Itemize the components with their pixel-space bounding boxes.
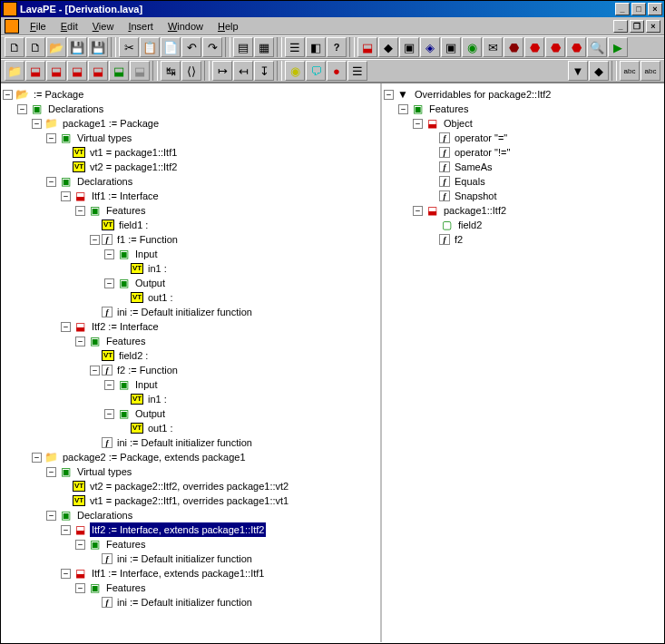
collapse-icon[interactable]: − <box>61 525 71 535</box>
tool-c-button[interactable]: ☰ <box>285 37 305 57</box>
tree-node[interactable]: −▣Output <box>3 406 378 421</box>
pkg-button[interactable]: ⬓ <box>357 37 377 57</box>
tree-node[interactable]: −⬓Object <box>384 116 662 131</box>
t2-s[interactable]: abc <box>641 61 660 81</box>
t2-o[interactable]: ☰ <box>347 61 367 81</box>
mdi-restore-button[interactable]: ❐ <box>630 20 644 33</box>
close-button[interactable]: × <box>648 3 662 15</box>
collapse-icon[interactable]: − <box>46 133 56 143</box>
t2-b[interactable]: ⬓ <box>46 61 66 81</box>
tree-node[interactable]: −▣Declarations <box>3 102 378 116</box>
tool-l-button[interactable]: ⬣ <box>524 37 544 57</box>
collapse-icon[interactable]: − <box>61 191 71 201</box>
tree-node[interactable]: ff2 <box>384 232 662 247</box>
tree-node[interactable]: fini := Default initializer function <box>3 595 378 610</box>
tree-node[interactable]: −▣Features <box>3 581 378 595</box>
collapse-icon[interactable]: − <box>413 119 423 129</box>
collapse-icon[interactable]: − <box>46 177 56 187</box>
tree-node[interactable]: VTvt1 = package2::Itf1, overrides packag… <box>3 493 378 508</box>
tool-n-button[interactable]: ⬣ <box>566 37 586 57</box>
tree-node[interactable]: −ff1 := Function <box>3 232 378 247</box>
menu-view[interactable]: View <box>85 19 122 34</box>
tree-node[interactable]: ▢field2 <box>384 218 662 232</box>
menu-edit[interactable]: Edit <box>54 19 85 34</box>
save-button[interactable]: 💾 <box>67 37 87 57</box>
collapse-icon[interactable]: − <box>61 569 71 579</box>
tree-node[interactable]: fini := Default initializer function <box>3 551 378 566</box>
t2-j[interactable]: ↤ <box>233 61 253 81</box>
t2-d[interactable]: ⬓ <box>88 61 108 81</box>
tool-j-button[interactable]: ✉ <box>483 37 503 57</box>
tree-node[interactable]: fEquals <box>384 174 662 189</box>
undo-button[interactable]: ↶ <box>181 37 201 57</box>
tool-k-button[interactable]: ⬣ <box>504 37 523 57</box>
new-button[interactable]: 🗋 <box>5 37 24 57</box>
run-button[interactable]: ▶ <box>608 37 628 57</box>
tree-node[interactable]: −📁package1 := Package <box>3 116 378 131</box>
menu-help[interactable]: Help <box>210 19 246 34</box>
tree-node[interactable]: −⬓package1::Itf2 <box>384 203 662 218</box>
open-button[interactable]: 📂 <box>46 37 66 57</box>
collapse-icon[interactable]: − <box>413 206 423 216</box>
tree-node[interactable]: fSameAs <box>384 160 662 174</box>
tree-node[interactable]: fSnapshot <box>384 189 662 203</box>
tree-node[interactable]: −▼Overridables for package2::Itf2 <box>384 87 662 102</box>
tree-node[interactable]: VTin1 : <box>3 392 378 406</box>
tree-node[interactable]: VTfield2 : <box>3 348 378 363</box>
folder-button[interactable]: 📁 <box>5 61 24 81</box>
tree-node[interactable]: foperator "=" <box>384 131 662 145</box>
tool-d-button[interactable]: ◧ <box>306 37 326 57</box>
collapse-icon[interactable]: − <box>61 322 71 332</box>
tool-g-button[interactable]: ◈ <box>420 37 440 57</box>
t2-e[interactable]: ⬓ <box>109 61 129 81</box>
tree-node[interactable]: −📁package2 := Package, extends package1 <box>3 450 378 464</box>
tool-h-button[interactable]: ▣ <box>441 37 461 57</box>
t2-f[interactable]: ⬓ <box>130 61 150 81</box>
tree-node[interactable]: −⬓Itf2 := Interface <box>3 319 378 334</box>
maximize-button[interactable]: □ <box>631 3 646 15</box>
collapse-icon[interactable]: − <box>104 278 114 288</box>
t2-g[interactable]: ↹ <box>161 61 181 81</box>
mdi-close-button[interactable]: × <box>646 20 660 33</box>
tree-node[interactable]: VTout1 : <box>3 421 378 435</box>
collapse-icon[interactable]: − <box>384 90 394 100</box>
collapse-icon[interactable]: − <box>46 511 56 521</box>
new2-button[interactable]: 🗋 <box>25 37 45 57</box>
tree-node[interactable]: −▣Virtual types <box>3 464 378 479</box>
collapse-icon[interactable]: − <box>75 583 85 593</box>
tree-node[interactable]: −▣Features <box>384 102 662 116</box>
collapse-icon[interactable]: − <box>75 206 85 216</box>
t2-p[interactable]: ▼ <box>568 61 588 81</box>
tree-node[interactable]: −ff2 := Function <box>3 363 378 377</box>
left-tree-pane[interactable]: −📂:= Package−▣Declarations−📁package1 := … <box>1 83 382 642</box>
collapse-icon[interactable]: − <box>17 104 27 114</box>
tree-node[interactable]: −⬓Itf1 := Interface, extends package1::I… <box>3 566 378 581</box>
collapse-icon[interactable]: − <box>104 380 114 390</box>
collapse-icon[interactable]: − <box>32 453 42 463</box>
tree-node[interactable]: foperator "!=" <box>384 145 662 160</box>
saveall-button[interactable]: 💾 <box>88 37 108 57</box>
t2-a[interactable]: ⬓ <box>25 61 45 81</box>
t2-n[interactable]: ● <box>327 61 347 81</box>
collapse-icon[interactable]: − <box>104 249 114 259</box>
tree-node[interactable]: −▣Features <box>3 203 378 218</box>
selected-node[interactable]: −⬓Itf2 := Interface, extends package1::I… <box>3 522 378 537</box>
paste-button[interactable]: 📄 <box>161 37 181 57</box>
tree-node[interactable]: −⬓Itf1 := Interface <box>3 189 378 203</box>
t2-k[interactable]: ↧ <box>254 61 274 81</box>
tree-node[interactable]: VTvt2 = package1::Itf2 <box>3 160 378 174</box>
menu-insert[interactable]: Insert <box>121 19 161 34</box>
tree-node[interactable]: −▣Virtual types <box>3 131 378 145</box>
tree-node[interactable]: −📂:= Package <box>3 87 378 102</box>
collapse-icon[interactable]: − <box>104 409 114 419</box>
tree-node[interactable]: fini := Default initializer function <box>3 435 378 450</box>
tree-node[interactable]: VTvt1 = package1::Itf1 <box>3 145 378 160</box>
tree-node[interactable]: −▣Declarations <box>3 508 378 522</box>
tree-node[interactable]: −▣Output <box>3 276 378 290</box>
collapse-icon[interactable]: − <box>75 540 85 550</box>
tree-node[interactable]: VTvt2 = package2::Itf2, overrides packag… <box>3 479 378 493</box>
search-button[interactable]: 🔍 <box>587 37 607 57</box>
right-tree-pane[interactable]: −▼Overridables for package2::Itf2−▣Featu… <box>382 83 664 642</box>
collapse-icon[interactable]: − <box>90 366 100 376</box>
tool-f-button[interactable]: ▣ <box>399 37 419 57</box>
